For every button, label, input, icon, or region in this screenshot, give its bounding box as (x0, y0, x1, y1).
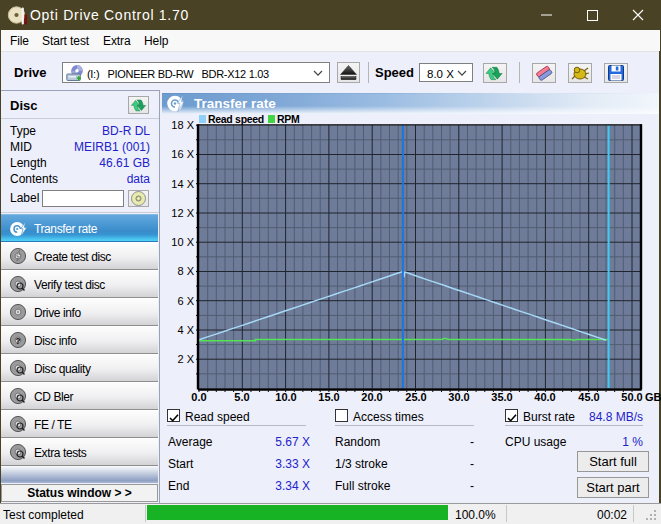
svg-text:?: ? (15, 336, 21, 346)
